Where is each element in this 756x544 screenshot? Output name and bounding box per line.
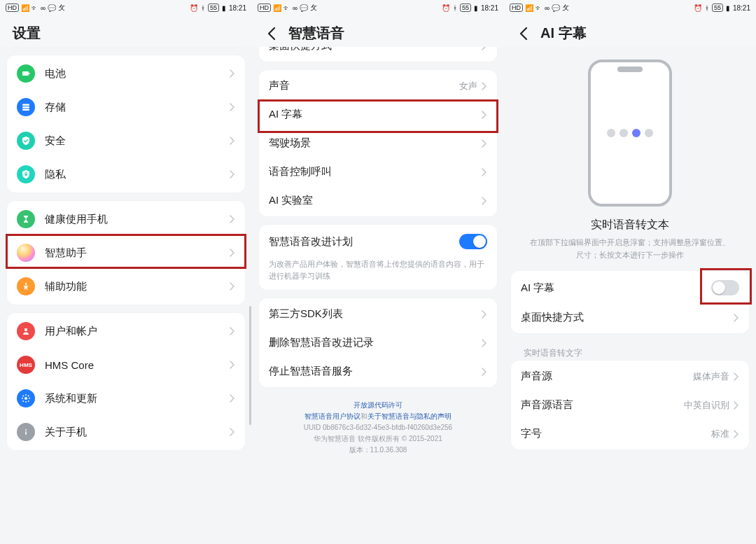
link-user-agreement[interactable]: 智慧语音用户协议 (304, 412, 360, 420)
settings-screen: HD 📶 ᯤ ∞ 💬 攵 ⏰ ᚼ 55 ▮ 18:21 设置 (0, 0, 252, 544)
chevron-right-icon (482, 310, 487, 319)
row-sdk-list[interactable]: 第三方SDK列表 (259, 300, 497, 328)
chat-icon: 💬 (48, 4, 56, 12)
row-voice-gender[interactable]: 声音 女声 (259, 71, 497, 100)
sidebar-item-accessibility[interactable]: 辅助功能 (7, 270, 245, 303)
settings-group: 声音源 媒体声音 声音源语言 中英自识别 字号 标准 (511, 361, 749, 449)
battery-icon (17, 64, 35, 83)
row-delete-records[interactable]: 删除智慧语音改进记录 (259, 328, 497, 357)
sidebar-item-privacy[interactable]: 隐私 (7, 158, 245, 191)
battery-pct: 55 (208, 4, 219, 12)
hero-title: 实时语音转文本 (526, 218, 734, 232)
sidebar-item-storage[interactable]: 存储 (7, 90, 245, 124)
row-stop-service[interactable]: 停止智慧语音服务 (259, 357, 497, 386)
version-text: 版本：11.0.36.308 (273, 445, 483, 456)
accessibility-icon (17, 277, 35, 295)
battery-pct: 55 (460, 4, 471, 12)
toggle-switch[interactable] (459, 234, 487, 249)
svg-rect-2 (22, 104, 29, 106)
sidebar-item-hms-core[interactable]: HMS HMS Core (7, 348, 245, 382)
sidebar-item-security[interactable]: 安全 (7, 124, 245, 158)
weixin-icon: 攵 (310, 3, 317, 13)
hourglass-icon (17, 210, 35, 228)
back-button[interactable] (265, 27, 279, 41)
weixin-icon: 攵 (58, 3, 65, 13)
header: 智慧语音 (252, 15, 504, 47)
row-ai-subtitle[interactable]: AI 字幕 (259, 100, 497, 129)
status-bar: HD 📶 ᯤ ∞ 💬 攵 ⏰ ᚼ 55 ▮ 18:21 (252, 0, 504, 15)
row-improvement-plan[interactable]: 智慧语音改进计划 (259, 226, 497, 257)
chevron-right-icon (230, 394, 235, 403)
settings-group: 智慧语音改进计划 为改善产品用户体验，智慧语音将上传您提供的语音内容，用于进行机… (259, 225, 497, 290)
row-sound-language[interactable]: 声音源语言 中英自识别 (511, 391, 749, 419)
chevron-right-icon (734, 372, 739, 381)
header: AI 字幕 (504, 15, 756, 47)
svg-point-17 (25, 429, 27, 431)
header: 设置 (0, 15, 252, 47)
signal-icon: 📶 (273, 4, 281, 12)
chevron-right-icon (482, 339, 487, 347)
chevron-right-icon (230, 170, 235, 179)
chevron-right-icon (482, 168, 487, 176)
row-sound-source[interactable]: 声音源 媒体声音 (511, 362, 749, 391)
chevron-right-icon (734, 430, 739, 438)
settings-group: 用户和帐户 HMS HMS Core 系统和更新 关于手机 (7, 313, 245, 450)
row-desktop-shortcut[interactable]: 桌面快捷方式 (511, 303, 749, 332)
alarm-icon: ⏰ (190, 4, 198, 12)
clock-text: 18:21 (481, 4, 498, 12)
settings-list[interactable]: 桌面快捷方式 声音 女声 AI 字幕 驾驶场景 语音控制呼叫 (252, 47, 504, 544)
svg-rect-1 (29, 73, 30, 74)
ai-subtitle-screen: HD 📶 ᯤ ∞ 💬 攵 ⏰ ᚼ 55 ▮ 18:21 AI 字幕 (504, 0, 756, 544)
infinity-icon: ∞ (293, 4, 298, 12)
clock-text: 18:21 (733, 4, 750, 12)
row-driving-mode[interactable]: 驾驶场景 (259, 129, 497, 158)
clock-text: 18:21 (229, 4, 246, 12)
chevron-right-icon (230, 215, 235, 223)
hd-badge: HD (510, 4, 523, 12)
svg-rect-15 (27, 395, 29, 396)
sidebar-item-users[interactable]: 用户和帐户 (7, 314, 245, 348)
sidebar-item-about[interactable]: 关于手机 (7, 415, 245, 449)
chevron-right-icon (230, 137, 235, 145)
chevron-right-icon (482, 197, 487, 205)
privacy-icon (17, 165, 35, 183)
chevron-right-icon (734, 401, 739, 410)
settings-list[interactable]: 电池 存储 安全 隐私 (0, 47, 252, 544)
settings-group: AI 字幕 桌面快捷方式 (511, 271, 749, 333)
row-desktop-shortcut[interactable]: 桌面快捷方式 (259, 47, 497, 60)
row-font-size[interactable]: 字号 标准 (511, 419, 749, 448)
scrollbar[interactable] (249, 306, 251, 425)
page-title: AI 字幕 (540, 24, 587, 43)
signal-icon: 📶 (525, 4, 533, 12)
chevron-right-icon (230, 282, 235, 291)
link-privacy[interactable]: 关于智慧语音与隐私的声明 (368, 412, 451, 420)
gear-icon (17, 389, 35, 407)
toggle-switch[interactable] (711, 280, 739, 295)
signal-icon: 📶 (21, 4, 29, 12)
hero-text: 实时语音转文本 在顶部下拉编辑界面中开启悬浮窗；支持调整悬浮窗位置、尺寸；长按文… (511, 212, 749, 271)
row-voice-call-control[interactable]: 语音控制呼叫 (259, 158, 497, 186)
hd-badge: HD (258, 4, 271, 12)
info-icon (17, 423, 35, 441)
row-ai-subtitle-toggle[interactable]: AI 字幕 (511, 272, 749, 303)
svg-rect-4 (22, 109, 29, 111)
sidebar-item-digital-balance[interactable]: 健康使用手机 (7, 202, 245, 236)
back-button[interactable] (517, 27, 531, 41)
sidebar-item-ai-assistant[interactable]: 智慧助手 (7, 236, 245, 270)
infinity-icon: ∞ (41, 4, 46, 12)
footer-links: 开放源代码许可 智慧语音用户协议和关于智慧语音与隐私的声明 UUID 0b867… (259, 396, 497, 463)
svg-rect-12 (29, 398, 30, 398)
chevron-right-icon (482, 139, 487, 148)
link-open-source[interactable]: 开放源代码许可 (354, 401, 402, 409)
svg-rect-14 (27, 400, 29, 402)
hint-text: 为改善产品用户体验，智慧语音将上传您提供的语音内容，用于进行机器学习训练 (259, 257, 497, 288)
bluetooth-icon: ᚼ (201, 4, 205, 12)
alarm-icon: ⏰ (442, 4, 450, 12)
content[interactable]: 实时语音转文本 在顶部下拉编辑界面中开启悬浮窗；支持调整悬浮窗位置、尺寸；长按文… (504, 47, 756, 544)
svg-rect-13 (22, 395, 24, 396)
row-ai-lab[interactable]: AI 实验室 (259, 186, 497, 215)
wifi-icon: ᯤ (284, 4, 290, 12)
chevron-right-icon (230, 69, 235, 78)
sidebar-item-system-update[interactable]: 系统和更新 (7, 382, 245, 415)
sidebar-item-battery[interactable]: 电池 (7, 57, 245, 90)
